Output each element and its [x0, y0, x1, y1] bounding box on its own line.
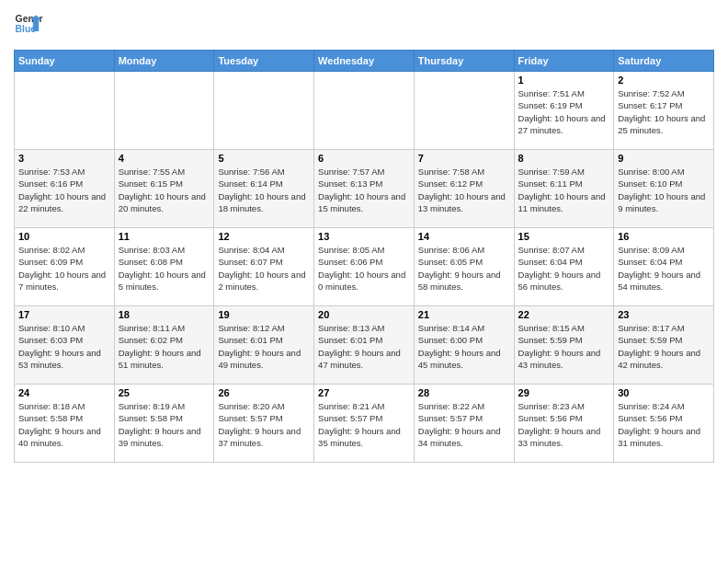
day-number: 27: [318, 387, 410, 398]
calendar-cell: 22Sunrise: 8:15 AM Sunset: 5:59 PM Dayli…: [514, 306, 614, 385]
day-number: 30: [618, 387, 710, 398]
day-info: Sunrise: 8:07 AM Sunset: 6:04 PM Dayligh…: [518, 244, 610, 293]
calendar-cell: 6Sunrise: 7:57 AM Sunset: 6:13 PM Daylig…: [314, 150, 415, 228]
day-info: Sunrise: 7:57 AM Sunset: 6:13 PM Dayligh…: [318, 166, 410, 214]
day-info: Sunrise: 7:51 AM Sunset: 6:19 PM Dayligh…: [518, 87, 610, 136]
day-number: 29: [518, 387, 610, 398]
calendar-cell: 16Sunrise: 8:09 AM Sunset: 6:04 PM Dayli…: [614, 228, 714, 306]
calendar-cell: 25Sunrise: 8:19 AM Sunset: 5:58 PM Dayli…: [114, 385, 214, 463]
calendar-cell: 12Sunrise: 8:04 AM Sunset: 6:07 PM Dayli…: [214, 228, 314, 306]
calendar-cell: 18Sunrise: 8:11 AM Sunset: 6:02 PM Dayli…: [114, 306, 214, 385]
day-info: Sunrise: 8:17 AM Sunset: 5:59 PM Dayligh…: [618, 322, 710, 371]
day-number: 22: [518, 309, 610, 320]
calendar-cell: 9Sunrise: 8:00 AM Sunset: 6:10 PM Daylig…: [614, 150, 714, 228]
calendar-cell: 27Sunrise: 8:21 AM Sunset: 5:57 PM Dayli…: [314, 385, 415, 463]
day-number: 15: [518, 231, 610, 242]
weekday-header-sunday: Sunday: [15, 51, 115, 72]
day-info: Sunrise: 8:03 AM Sunset: 6:08 PM Dayligh…: [119, 244, 210, 293]
day-number: 18: [119, 309, 210, 320]
calendar-table: SundayMondayTuesdayWednesdayThursdayFrid…: [14, 50, 714, 463]
calendar-cell: 5Sunrise: 7:56 AM Sunset: 6:14 PM Daylig…: [214, 150, 314, 228]
calendar-cell: 30Sunrise: 8:24 AM Sunset: 5:56 PM Dayli…: [614, 385, 714, 463]
calendar-cell: 26Sunrise: 8:20 AM Sunset: 5:57 PM Dayli…: [214, 385, 314, 463]
day-info: Sunrise: 8:04 AM Sunset: 6:07 PM Dayligh…: [218, 244, 310, 293]
weekday-header-friday: Friday: [514, 51, 614, 72]
weekday-header-thursday: Thursday: [414, 51, 514, 72]
calendar-cell: 19Sunrise: 8:12 AM Sunset: 6:01 PM Dayli…: [214, 306, 314, 385]
day-info: Sunrise: 7:52 AM Sunset: 6:17 PM Dayligh…: [618, 87, 710, 136]
calendar-cell: 24Sunrise: 8:18 AM Sunset: 5:58 PM Dayli…: [15, 385, 115, 463]
day-number: 14: [418, 231, 510, 242]
day-info: Sunrise: 8:11 AM Sunset: 6:02 PM Dayligh…: [119, 322, 210, 371]
day-info: Sunrise: 7:55 AM Sunset: 6:15 PM Dayligh…: [119, 166, 210, 214]
calendar-cell: 8Sunrise: 7:59 AM Sunset: 6:11 PM Daylig…: [514, 150, 614, 228]
logo: General Blue: [14, 9, 47, 39]
day-number: 2: [618, 75, 710, 86]
calendar-cell: 2Sunrise: 7:52 AM Sunset: 6:17 PM Daylig…: [614, 72, 714, 150]
calendar-cell: 3Sunrise: 7:53 AM Sunset: 6:16 PM Daylig…: [15, 150, 115, 228]
calendar-cell: [114, 72, 214, 150]
calendar-cell: [314, 72, 415, 150]
day-number: 17: [18, 309, 110, 320]
calendar-cell: 21Sunrise: 8:14 AM Sunset: 6:00 PM Dayli…: [414, 306, 514, 385]
day-number: 28: [418, 387, 510, 398]
day-number: 5: [218, 153, 310, 164]
day-number: 7: [418, 153, 510, 164]
day-number: 1: [518, 75, 610, 86]
calendar-cell: 10Sunrise: 8:02 AM Sunset: 6:09 PM Dayli…: [15, 228, 115, 306]
day-info: Sunrise: 8:23 AM Sunset: 5:56 PM Dayligh…: [518, 400, 610, 449]
day-number: 11: [119, 231, 210, 242]
calendar-cell: [414, 72, 514, 150]
day-number: 25: [119, 387, 210, 398]
day-info: Sunrise: 8:22 AM Sunset: 5:57 PM Dayligh…: [418, 400, 510, 449]
day-number: 21: [418, 309, 510, 320]
calendar-cell: [214, 72, 314, 150]
day-info: Sunrise: 8:19 AM Sunset: 5:58 PM Dayligh…: [119, 400, 210, 449]
day-info: Sunrise: 8:14 AM Sunset: 6:00 PM Dayligh…: [418, 322, 510, 371]
day-info: Sunrise: 8:09 AM Sunset: 6:04 PM Dayligh…: [618, 244, 710, 293]
day-number: 9: [618, 153, 710, 164]
calendar-cell: 17Sunrise: 8:10 AM Sunset: 6:03 PM Dayli…: [15, 306, 115, 385]
day-number: 24: [18, 387, 110, 398]
day-number: 4: [119, 153, 210, 164]
day-info: Sunrise: 7:59 AM Sunset: 6:11 PM Dayligh…: [518, 166, 610, 214]
day-number: 10: [18, 231, 110, 242]
day-number: 13: [318, 231, 410, 242]
calendar-cell: 7Sunrise: 7:58 AM Sunset: 6:12 PM Daylig…: [414, 150, 514, 228]
day-info: Sunrise: 7:53 AM Sunset: 6:16 PM Dayligh…: [18, 166, 110, 214]
day-number: 16: [618, 231, 710, 242]
calendar-cell: 29Sunrise: 8:23 AM Sunset: 5:56 PM Dayli…: [514, 385, 614, 463]
calendar-cell: 1Sunrise: 7:51 AM Sunset: 6:19 PM Daylig…: [514, 72, 614, 150]
day-number: 8: [518, 153, 610, 164]
day-info: Sunrise: 8:02 AM Sunset: 6:09 PM Dayligh…: [18, 244, 110, 293]
calendar-cell: 13Sunrise: 8:05 AM Sunset: 6:06 PM Dayli…: [314, 228, 415, 306]
day-number: 26: [218, 387, 310, 398]
day-number: 20: [318, 309, 410, 320]
day-info: Sunrise: 8:00 AM Sunset: 6:10 PM Dayligh…: [618, 166, 710, 214]
day-number: 3: [18, 153, 110, 164]
weekday-header-saturday: Saturday: [614, 51, 714, 72]
day-info: Sunrise: 8:06 AM Sunset: 6:05 PM Dayligh…: [418, 244, 510, 293]
day-number: 19: [218, 309, 310, 320]
calendar-cell: 20Sunrise: 8:13 AM Sunset: 6:01 PM Dayli…: [314, 306, 415, 385]
day-info: Sunrise: 7:58 AM Sunset: 6:12 PM Dayligh…: [418, 166, 510, 214]
calendar-cell: [15, 72, 115, 150]
day-info: Sunrise: 8:05 AM Sunset: 6:06 PM Dayligh…: [318, 244, 410, 293]
day-info: Sunrise: 7:56 AM Sunset: 6:14 PM Dayligh…: [218, 166, 310, 214]
day-info: Sunrise: 8:13 AM Sunset: 6:01 PM Dayligh…: [318, 322, 410, 371]
calendar-cell: 15Sunrise: 8:07 AM Sunset: 6:04 PM Dayli…: [514, 228, 614, 306]
day-info: Sunrise: 8:18 AM Sunset: 5:58 PM Dayligh…: [18, 400, 110, 449]
calendar-cell: 11Sunrise: 8:03 AM Sunset: 6:08 PM Dayli…: [114, 228, 214, 306]
calendar-cell: 14Sunrise: 8:06 AM Sunset: 6:05 PM Dayli…: [414, 228, 514, 306]
day-number: 6: [318, 153, 410, 164]
weekday-header-monday: Monday: [114, 51, 214, 72]
day-info: Sunrise: 8:15 AM Sunset: 5:59 PM Dayligh…: [518, 322, 610, 371]
day-info: Sunrise: 8:21 AM Sunset: 5:57 PM Dayligh…: [318, 400, 410, 449]
calendar-cell: 23Sunrise: 8:17 AM Sunset: 5:59 PM Dayli…: [614, 306, 714, 385]
calendar-cell: 28Sunrise: 8:22 AM Sunset: 5:57 PM Dayli…: [414, 385, 514, 463]
calendar-cell: 4Sunrise: 7:55 AM Sunset: 6:15 PM Daylig…: [114, 150, 214, 228]
day-info: Sunrise: 8:20 AM Sunset: 5:57 PM Dayligh…: [218, 400, 310, 449]
day-info: Sunrise: 8:24 AM Sunset: 5:56 PM Dayligh…: [618, 400, 710, 449]
logo-icon: General Blue: [14, 9, 43, 39]
day-info: Sunrise: 8:12 AM Sunset: 6:01 PM Dayligh…: [218, 322, 310, 371]
